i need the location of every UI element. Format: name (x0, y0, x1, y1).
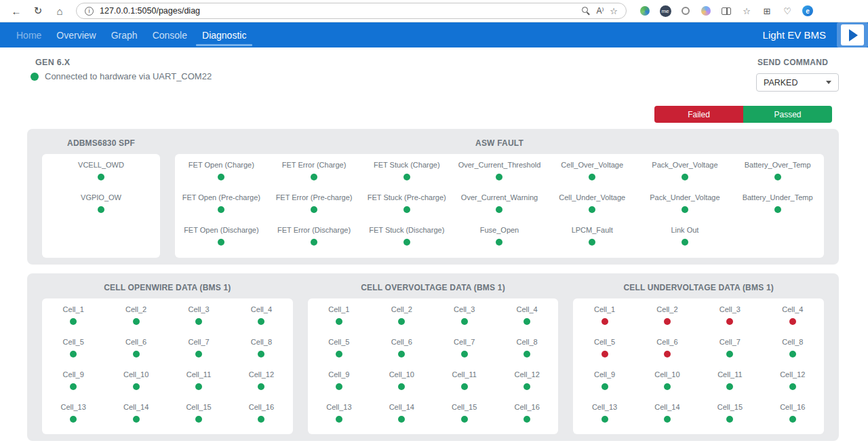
status-dot-passed (682, 206, 688, 213)
favorite-star-icon[interactable] (610, 6, 618, 16)
indicator-label: Cell_8 (251, 338, 272, 346)
nav-item-home[interactable]: Home (9, 22, 49, 47)
command-select[interactable]: PARKED (756, 73, 839, 92)
nav-item-overview[interactable]: Overview (49, 22, 103, 47)
status-dot-failed (601, 318, 608, 325)
status-dot-passed (789, 416, 796, 423)
status-dot-passed (726, 416, 733, 423)
card-title: CELL OPENWIRE DATA (BMS 1) (42, 283, 293, 292)
card-surface: VCELL_OWDVGPIO_OW (42, 154, 160, 258)
status-dot-passed (664, 383, 671, 390)
status-dot-passed (398, 383, 405, 390)
run-button[interactable] (837, 22, 868, 47)
connection-status-text: Connected to hardware via UART_COM22 (45, 71, 212, 81)
indicator-cell-4: Cell_4 (496, 305, 558, 338)
indicator-label: Cell_14 (654, 403, 679, 411)
indicator-cell-1: Cell_1 (308, 305, 370, 338)
send-command-label: SEND COMMAND (756, 58, 839, 67)
indicator-cell-16: Cell_16 (496, 403, 558, 434)
indicator-label: FET Open (Pre-charge) (182, 193, 260, 201)
status-dot-passed (258, 351, 264, 357)
status-dot-passed (218, 206, 224, 213)
status-dot-passed (336, 383, 342, 390)
indicator-label: FET Stuck (Charge) (374, 161, 440, 169)
indicator-label: Over_Current_Warning (461, 193, 538, 201)
indicator-label: Cell_9 (328, 370, 349, 379)
indicator-label: Cell_4 (517, 305, 538, 313)
extension-icon-2[interactable] (679, 5, 692, 17)
copilot-icon[interactable] (700, 5, 712, 17)
indicator-label: FET Stuck (Pre-charge) (368, 193, 446, 201)
profile-avatar[interactable]: me (659, 5, 671, 17)
navbar-items: HomeOverviewGraphConsoleDiagnostic (9, 22, 254, 47)
indicator-pack-over-voltage: Pack_Over_Voltage (639, 161, 732, 193)
url-text: 127.0.0.1:5050/pages/diag (100, 6, 576, 16)
status-dot-failed (726, 318, 733, 325)
refresh-icon[interactable]: ↻ (28, 2, 47, 20)
status-dot-passed (682, 239, 688, 246)
indicator-cell-7: Cell_7 (433, 338, 496, 370)
status-dot-passed (461, 318, 468, 325)
indicator-cell-4: Cell_4 (762, 305, 824, 338)
status-dot-passed (258, 416, 264, 423)
status-dot-passed (70, 416, 77, 423)
status-dot-passed (311, 174, 317, 180)
indicator-cell-10: Cell_10 (636, 370, 698, 403)
status-dot-passed (336, 351, 342, 357)
status-dot-passed (133, 351, 140, 357)
card-title: ASW FAULT (175, 138, 824, 148)
home-icon[interactable]: ⌂ (50, 2, 69, 20)
play-icon (849, 29, 858, 41)
indicator-label: Cell_9 (63, 370, 84, 379)
collections-icon[interactable]: ⊞ (761, 5, 773, 17)
chevron-down-icon (826, 81, 831, 84)
indicator-label: VGPIO_OW (81, 193, 121, 201)
indicator-cell-3: Cell_3 (167, 305, 230, 338)
cell-overvoltage-card: CELL OVERVOLTAGE DATA (BMS 1) Cell_1Cell… (308, 283, 559, 434)
connection-status: Connected to hardware via UART_COM22 (31, 71, 212, 81)
card-surface: FET Open (Charge)FET Error (Charge)FET S… (175, 154, 824, 258)
address-bar[interactable]: 127.0.0.1:5050/pages/diag (76, 3, 627, 19)
indicator-label: Cell_5 (594, 338, 615, 346)
site-info-icon[interactable] (85, 7, 94, 16)
card-surface: Cell_1Cell_2Cell_3Cell_4Cell_5Cell_6Cell… (42, 298, 293, 434)
read-aloud-icon[interactable] (596, 6, 604, 16)
edge-icon[interactable]: e (802, 5, 814, 17)
browser-right-icons: me☆⊞♡e (639, 5, 814, 17)
legend-failed: Failed (654, 106, 743, 123)
app-brand: Light EV BMS (763, 29, 826, 41)
indicator-cell-10: Cell_10 (370, 370, 433, 403)
status-dot-passed (524, 318, 530, 325)
browser-chrome: ← ↻ ⌂ 127.0.0.1:5050/pages/diag me☆⊞♡e (0, 0, 868, 22)
indicator-cell-12: Cell_12 (230, 370, 292, 403)
indicator-label: Cell_6 (656, 338, 677, 346)
extension-icon[interactable] (639, 5, 651, 17)
status-dot-passed (774, 174, 781, 180)
nav-item-console[interactable]: Console (145, 22, 195, 47)
browser-essentials-icon[interactable]: ♡ (781, 5, 793, 17)
back-icon[interactable]: ← (7, 2, 26, 20)
indicator-lpcm-fault: LPCM_Fault (546, 226, 639, 258)
zoom-icon[interactable] (582, 7, 590, 15)
indicator-label: Fuse_Open (480, 226, 519, 234)
indicator-cell-15: Cell_15 (433, 403, 496, 434)
status-dot-passed (133, 383, 140, 390)
status-dot-passed (311, 206, 317, 213)
indicator-label: FET Error (Charge) (282, 161, 347, 169)
status-dot-failed (601, 351, 608, 357)
status-dot-passed (496, 174, 502, 180)
split-screen-icon[interactable] (720, 5, 732, 17)
status-dot-passed (336, 318, 342, 325)
favorites-icon[interactable]: ☆ (741, 5, 753, 17)
page-content: GEN 6.X Connected to hardware via UART_C… (0, 47, 868, 445)
indicator-cell-8: Cell_8 (496, 338, 558, 370)
send-command-group: SEND COMMAND PARKED (756, 58, 839, 92)
indicator-label: Battery_Over_Temp (745, 161, 811, 169)
nav-item-diagnostic[interactable]: Diagnostic (195, 22, 254, 47)
status-dot-passed (70, 383, 77, 390)
status-dot-passed (682, 174, 688, 180)
nav-item-graph[interactable]: Graph (104, 22, 145, 47)
indicator-label: FET Open (Charge) (189, 161, 254, 169)
indicator-label: Cell_15 (452, 403, 477, 411)
indicator-label: Cell_12 (780, 370, 805, 379)
